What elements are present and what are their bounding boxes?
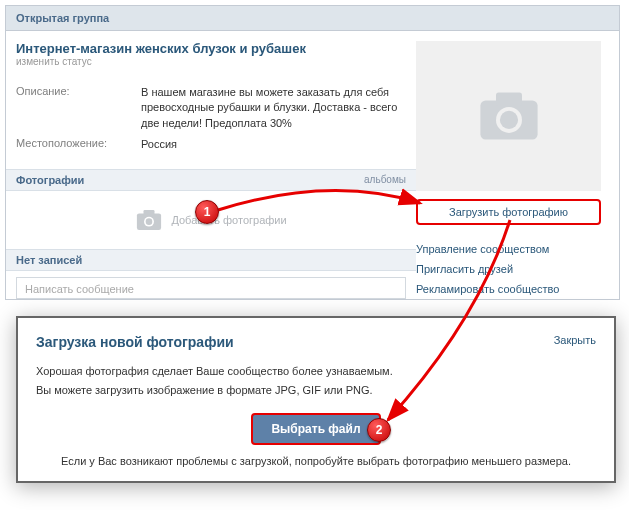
- manage-community-link[interactable]: Управление сообществом: [416, 239, 601, 259]
- photos-title: Фотографии: [16, 174, 84, 186]
- svg-rect-1: [144, 210, 155, 216]
- upload-modal: Загрузка новой фотографии Закрыть Хороша…: [16, 316, 616, 483]
- close-button[interactable]: Закрыть: [554, 334, 596, 346]
- desc-label: Описание:: [16, 85, 141, 137]
- right-column: Загрузить фотографию Управление сообщест…: [416, 31, 611, 299]
- title-block: Интернет-магазин женских блузок и рубаше…: [16, 41, 406, 75]
- write-message-input[interactable]: Написать сообщение: [16, 277, 406, 299]
- desc-value: В нашем магазине вы можете заказать для …: [141, 85, 406, 137]
- modal-body: Хорошая фотография сделает Ваше сообщест…: [36, 362, 596, 399]
- info-table: Описание: В нашем магазине вы можете зак…: [16, 85, 406, 159]
- left-column: Интернет-магазин женских блузок и рубаше…: [6, 31, 416, 299]
- loc-label: Местоположение:: [16, 137, 141, 158]
- group-photo-placeholder: [416, 41, 601, 191]
- modal-line-2: Вы можете загрузить изображение в формат…: [36, 381, 596, 400]
- photos-section-bar: Фотографии альбомы: [6, 169, 416, 191]
- modal-footer: Если у Вас возникают проблемы с загрузко…: [36, 455, 596, 467]
- right-links: Управление сообществом Пригласить друзей…: [416, 225, 601, 299]
- modal-line-1: Хорошая фотография сделает Ваше сообщест…: [36, 362, 596, 381]
- modal-title: Загрузка новой фотографии: [36, 334, 234, 350]
- advertise-link[interactable]: Рекламировать сообщество: [416, 279, 601, 299]
- camera-icon: [135, 209, 163, 231]
- add-photo-label: Добавить фотографии: [171, 214, 286, 226]
- group-title: Интернет-магазин женских блузок и рубаше…: [16, 41, 406, 56]
- svg-point-7: [499, 111, 517, 129]
- albums-link[interactable]: альбомы: [364, 174, 406, 185]
- empty-title: Нет записей: [16, 254, 82, 266]
- loc-value: Россия: [141, 137, 406, 158]
- empty-section-bar: Нет записей: [6, 249, 416, 271]
- content-row: Интернет-магазин женских блузок и рубаше…: [6, 31, 619, 299]
- svg-rect-5: [496, 93, 522, 106]
- panel-header: Открытая группа: [6, 6, 619, 31]
- svg-point-3: [146, 218, 153, 225]
- change-status-link[interactable]: изменить статус: [16, 56, 406, 67]
- choose-file-wrap: Выбрать файл: [36, 413, 596, 445]
- choose-file-button[interactable]: Выбрать файл: [251, 413, 380, 445]
- annotation-marker-2: 2: [367, 418, 391, 442]
- upload-photo-button[interactable]: Загрузить фотографию: [416, 199, 601, 225]
- invite-friends-link[interactable]: Пригласить друзей: [416, 259, 601, 279]
- annotation-marker-1: 1: [195, 200, 219, 224]
- modal-header: Загрузка новой фотографии Закрыть: [36, 334, 596, 350]
- group-panel: Открытая группа Интернет-магазин женских…: [5, 5, 620, 300]
- camera-icon: [476, 90, 542, 142]
